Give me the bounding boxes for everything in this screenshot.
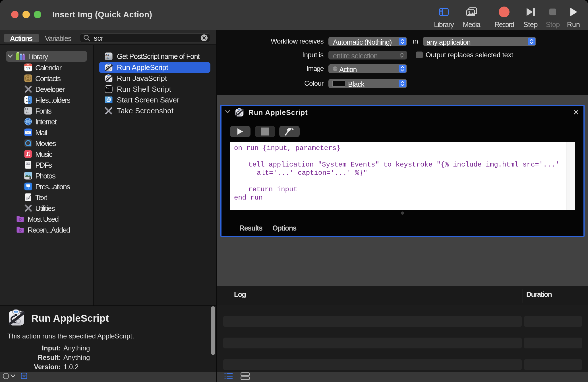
svg-text:Aa: Aa — [106, 57, 109, 59]
svg-text:17: 17 — [26, 66, 30, 71]
svg-text:AA: AA — [25, 108, 28, 111]
svg-text:Aa: Aa — [26, 111, 29, 114]
svg-text:>_: >_ — [106, 87, 109, 89]
svg-text:JUL: JUL — [27, 64, 30, 66]
svg-text:AA: AA — [105, 54, 109, 56]
